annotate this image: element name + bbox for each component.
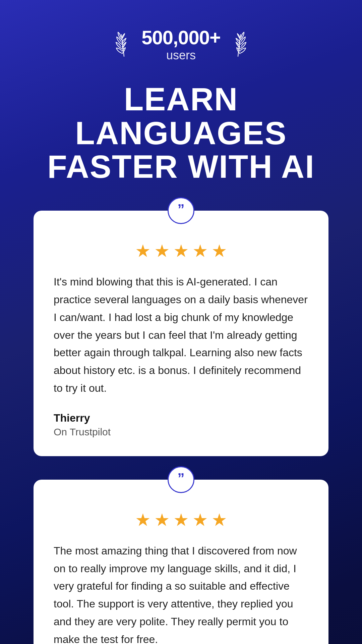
star-5: ★ bbox=[212, 241, 227, 261]
review-card-1: ” ★ ★ ★ ★ ★ It's mind blowing that this … bbox=[34, 211, 328, 456]
star-8: ★ bbox=[173, 510, 189, 530]
review-text-2: The most amazing thing that I discovered… bbox=[54, 542, 308, 644]
star-10: ★ bbox=[212, 510, 227, 530]
star-4: ★ bbox=[192, 241, 208, 261]
star-7: ★ bbox=[154, 510, 170, 530]
star-2: ★ bbox=[154, 241, 170, 261]
quote-icon-1: ” bbox=[168, 197, 194, 224]
star-1: ★ bbox=[135, 241, 151, 261]
reviewer-name-1: Thierry bbox=[54, 412, 308, 424]
main-headline: LEARN LANGUAGES FASTER WITH AI bbox=[20, 83, 342, 184]
badge-text: 500,000+ users bbox=[141, 27, 221, 62]
star-9: ★ bbox=[192, 510, 208, 530]
review-card-2: ” ★ ★ ★ ★ ★ The most amazing thing that … bbox=[34, 480, 328, 644]
reviewer-platform-1: On Trustpilot bbox=[54, 426, 308, 438]
right-laurel-icon bbox=[227, 30, 251, 60]
badge-label: users bbox=[141, 48, 221, 62]
star-3: ★ bbox=[173, 241, 189, 261]
stars-2: ★ ★ ★ ★ ★ bbox=[54, 510, 308, 530]
stars-1: ★ ★ ★ ★ ★ bbox=[54, 241, 308, 261]
quote-icon-2: ” bbox=[168, 466, 194, 493]
left-laurel-icon bbox=[111, 30, 135, 60]
badge-section: 500,000+ users bbox=[111, 27, 251, 62]
star-6: ★ bbox=[135, 510, 151, 530]
badge-number: 500,000+ bbox=[141, 27, 221, 48]
review-text-1: It's mind blowing that this is AI-genera… bbox=[54, 273, 308, 397]
